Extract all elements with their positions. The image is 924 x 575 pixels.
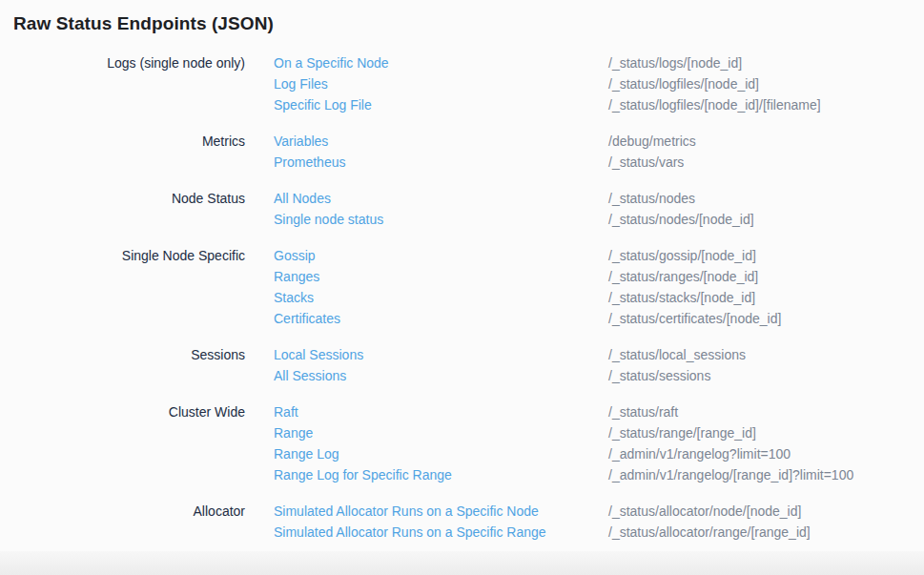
endpoint-link[interactable]: Range <box>274 422 580 443</box>
endpoint-link[interactable]: Range Log for Specific Range <box>274 464 580 485</box>
endpoint-link[interactable]: Certificates <box>274 308 580 329</box>
endpoint-section: Logs (single node only) On a Specific No… <box>0 52 924 115</box>
endpoint-path: /_status/nodes/[node_id] <box>608 209 924 230</box>
endpoint-path: /_status/sessions <box>608 365 924 386</box>
endpoint-path: /_status/logfiles/[node_id]/[filename] <box>608 94 924 115</box>
endpoint-path: /_status/ranges/[node_id] <box>608 266 924 287</box>
endpoint-link[interactable]: Gossip <box>274 245 580 266</box>
endpoint-link[interactable]: Log Files <box>274 73 580 94</box>
footer-bar <box>0 551 924 575</box>
endpoint-link[interactable]: Simulated Allocator Runs on a Specific N… <box>274 501 580 522</box>
endpoint-section: Allocator Simulated Allocator Runs on a … <box>0 501 924 543</box>
endpoint-link[interactable]: Local Sessions <box>274 344 580 365</box>
endpoint-section: Node Status All Nodes /_status/nodes Sin… <box>0 188 924 230</box>
section-category: Logs (single node only) <box>0 52 245 115</box>
endpoint-path: /_admin/v1/rangelog?limit=100 <box>608 443 924 464</box>
endpoint-section: Metrics Variables /debug/metrics Prometh… <box>0 131 924 173</box>
endpoint-path: /_status/vars <box>608 152 924 173</box>
endpoint-path: /_status/range/[range_id] <box>608 422 924 443</box>
endpoint-path: /_status/local_sessions <box>608 344 924 365</box>
section-rows: On a Specific Node /_status/logs/[node_i… <box>274 52 924 115</box>
section-rows: Local Sessions /_status/local_sessions A… <box>274 344 924 386</box>
endpoint-path: /_admin/v1/rangelog/[range_id]?limit=100 <box>608 464 924 485</box>
section-category: Metrics <box>0 131 245 173</box>
endpoint-link[interactable]: Variables <box>274 131 580 152</box>
endpoint-link[interactable]: Simulated Allocator Runs on a Specific R… <box>274 522 580 543</box>
endpoint-link[interactable]: All Nodes <box>274 188 580 209</box>
endpoint-path: /_status/nodes <box>608 188 924 209</box>
endpoint-section: Sessions Local Sessions /_status/local_s… <box>0 344 924 386</box>
endpoint-link[interactable]: Range Log <box>274 443 580 464</box>
section-category: Cluster Wide <box>0 401 245 485</box>
endpoint-link[interactable]: Ranges <box>274 266 580 287</box>
endpoint-table: Logs (single node only) On a Specific No… <box>0 52 924 543</box>
endpoint-path: /_status/allocator/range/[range_id] <box>608 522 924 543</box>
endpoint-link[interactable]: Raft <box>274 401 580 422</box>
section-rows: Simulated Allocator Runs on a Specific N… <box>274 501 924 543</box>
endpoint-link[interactable]: Specific Log File <box>274 94 580 115</box>
endpoint-path: /_status/logs/[node_id] <box>608 52 924 73</box>
endpoint-section: Cluster Wide Raft /_status/raft Range /_… <box>0 401 924 485</box>
section-category: Single Node Specific <box>0 245 245 329</box>
section-rows: Gossip /_status/gossip/[node_id] Ranges … <box>274 245 924 329</box>
endpoint-section: Single Node Specific Gossip /_status/gos… <box>0 245 924 329</box>
section-rows: All Nodes /_status/nodes Single node sta… <box>274 188 924 230</box>
section-category: Allocator <box>0 501 245 543</box>
endpoint-path: /_status/allocator/node/[node_id] <box>608 501 924 522</box>
section-category: Sessions <box>0 344 245 386</box>
section-rows: Raft /_status/raft Range /_status/range/… <box>274 401 924 485</box>
section-category: Node Status <box>0 188 245 230</box>
endpoint-path: /_status/certificates/[node_id] <box>608 308 924 329</box>
endpoint-path: /debug/metrics <box>608 131 924 152</box>
endpoint-link[interactable]: On a Specific Node <box>274 52 580 73</box>
endpoint-link[interactable]: Single node status <box>274 209 580 230</box>
endpoint-path: /_status/gossip/[node_id] <box>608 245 924 266</box>
page-title: Raw Status Endpoints (JSON) <box>0 0 924 36</box>
endpoint-link[interactable]: Stacks <box>274 287 580 308</box>
endpoint-path: /_status/logfiles/[node_id] <box>608 73 924 94</box>
endpoint-path: /_status/raft <box>608 401 924 422</box>
endpoint-link[interactable]: Prometheus <box>274 152 580 173</box>
section-rows: Variables /debug/metrics Prometheus /_st… <box>274 131 924 173</box>
endpoint-path: /_status/stacks/[node_id] <box>608 287 924 308</box>
endpoint-link[interactable]: All Sessions <box>274 365 580 386</box>
